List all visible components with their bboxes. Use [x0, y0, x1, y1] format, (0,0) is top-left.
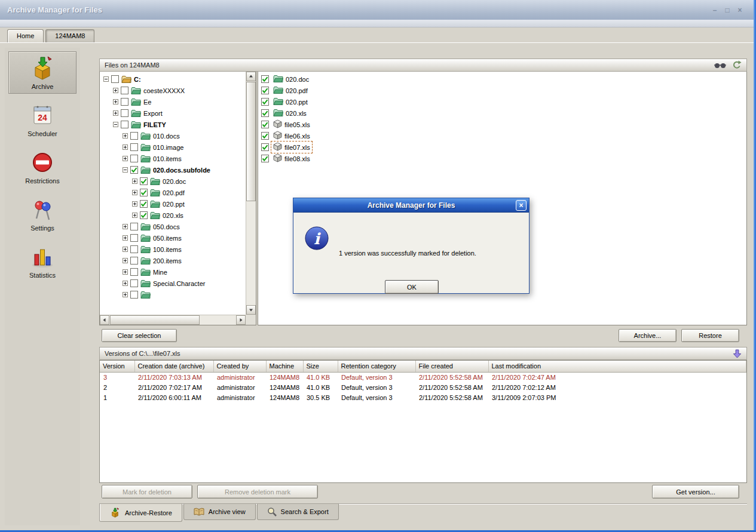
- expander-plus-icon[interactable]: [123, 156, 128, 161]
- checkbox[interactable]: [130, 291, 138, 299]
- checkbox[interactable]: [130, 234, 138, 242]
- checkbox[interactable]: [261, 98, 269, 106]
- sidebar-item-scheduler[interactable]: 24Scheduler: [8, 99, 76, 141]
- file-list-item[interactable]: 020.xls: [258, 107, 746, 119]
- tree-item[interactable]: 010.docs: [100, 130, 246, 142]
- column-header-2[interactable]: Created by: [213, 361, 266, 372]
- expander-plus-icon[interactable]: [113, 88, 118, 93]
- file-list-item[interactable]: file05.xls: [258, 119, 746, 130]
- tree-item[interactable]: Special.Character: [100, 278, 246, 289]
- tree-item[interactable]: 050.docs: [100, 221, 246, 232]
- horizontal-scrollbar-thumb[interactable]: [110, 315, 200, 325]
- expander-minus-icon[interactable]: [103, 76, 109, 82]
- archive-button[interactable]: Archive...: [619, 329, 677, 342]
- tree-horizontal-scrollbar[interactable]: [100, 315, 246, 325]
- tree-vertical-scrollbar[interactable]: [246, 72, 256, 315]
- checkbox[interactable]: [111, 75, 119, 83]
- tree-item[interactable]: FILETY: [100, 119, 246, 130]
- checkbox[interactable]: [130, 143, 138, 151]
- scroll-left-icon[interactable]: [100, 315, 109, 325]
- scroll-up-icon[interactable]: [246, 72, 256, 81]
- view-icon[interactable]: [714, 62, 726, 69]
- ok-button[interactable]: OK: [385, 280, 439, 294]
- expander-plus-icon[interactable]: [123, 235, 128, 241]
- expander-plus-icon[interactable]: [132, 179, 137, 184]
- scroll-right-icon[interactable]: [236, 315, 246, 325]
- column-header-7[interactable]: Last modification: [488, 361, 746, 372]
- tree-item[interactable]: 020.doc: [100, 176, 246, 187]
- column-header-3[interactable]: Machine: [266, 361, 303, 372]
- mark-for-deletion-button[interactable]: Mark for deletion: [102, 485, 192, 499]
- expander-plus-icon[interactable]: [123, 258, 128, 263]
- sidebar-item-restrictions[interactable]: Restrictions: [8, 146, 76, 188]
- tree-item[interactable]: [100, 289, 246, 300]
- file-list-item[interactable]: file08.xls: [258, 153, 746, 164]
- refresh-icon[interactable]: [732, 60, 742, 70]
- bottom-tab-archive-restore[interactable]: Archive-Restore: [99, 504, 182, 522]
- expander-plus-icon[interactable]: [113, 110, 118, 116]
- expander-plus-icon[interactable]: [123, 144, 128, 150]
- expander-plus-icon[interactable]: [132, 190, 137, 195]
- version-row[interactable]: 12/11/2020 6:00:11 AMadministrator124MAM…: [100, 392, 746, 402]
- expander-plus-icon[interactable]: [123, 269, 128, 275]
- tree-item[interactable]: 200.items: [100, 255, 246, 266]
- tree-item[interactable]: C:: [100, 73, 246, 85]
- column-header-1[interactable]: Creation date (archive): [134, 361, 213, 372]
- checkbox[interactable]: [121, 121, 128, 128]
- checkbox[interactable]: [261, 155, 269, 162]
- dialog-title-bar[interactable]: Archive Manager for Files ×: [293, 198, 529, 213]
- clear-selection-button[interactable]: Clear selection: [102, 329, 177, 342]
- checkbox[interactable]: [130, 245, 138, 253]
- sidebar-item-settings[interactable]: Settings: [8, 193, 76, 235]
- checkbox[interactable]: [121, 109, 128, 117]
- checkbox[interactable]: [140, 177, 148, 185]
- expander-plus-icon[interactable]: [123, 292, 128, 297]
- checkbox[interactable]: [261, 132, 269, 140]
- expander-plus-icon[interactable]: [123, 247, 128, 252]
- expander-plus-icon[interactable]: [132, 201, 137, 207]
- tree-item[interactable]: Ee: [100, 96, 246, 107]
- checkbox[interactable]: [121, 98, 128, 106]
- tree-item[interactable]: 010.items: [100, 153, 246, 164]
- checkbox[interactable]: [140, 211, 148, 219]
- column-header-5[interactable]: Retention category: [338, 361, 415, 372]
- checkbox[interactable]: [130, 155, 138, 162]
- column-header-0[interactable]: Version: [100, 361, 134, 372]
- minimize-icon[interactable]: –: [711, 6, 719, 14]
- sidebar-item-archive[interactable]: Archive: [8, 51, 76, 94]
- expander-minus-icon[interactable]: [113, 122, 118, 127]
- vertical-scrollbar-thumb[interactable]: [246, 82, 256, 201]
- dialog-close-icon[interactable]: ×: [516, 200, 527, 211]
- tree-item[interactable]: 010.image: [100, 142, 246, 153]
- maximize-icon[interactable]: □: [723, 6, 731, 14]
- file-list-item[interactable]: 020.doc: [258, 73, 746, 85]
- restore-button[interactable]: Restore: [681, 329, 739, 342]
- title-bar[interactable]: Archive Manager for Files – □ ×: [0, 0, 756, 20]
- tab-124mam8[interactable]: 124MAM8: [45, 29, 94, 42]
- tree-item[interactable]: Export: [100, 107, 246, 119]
- tab-home[interactable]: Home: [7, 29, 44, 42]
- tree-item[interactable]: 100.items: [100, 244, 246, 255]
- checkbox[interactable]: [130, 166, 138, 174]
- tree-item[interactable]: coesteXXXXX: [100, 85, 246, 96]
- bottom-tab-archive-view[interactable]: Archive view: [183, 504, 256, 520]
- tree-item[interactable]: Mine: [100, 266, 246, 278]
- remove-deletion-mark-button[interactable]: Remove deletion mark: [197, 485, 318, 499]
- checkbox[interactable]: [130, 223, 138, 230]
- checkbox[interactable]: [261, 87, 269, 94]
- file-list-item[interactable]: file07.xls: [258, 142, 746, 153]
- sidebar-item-statistics[interactable]: Statistics: [8, 240, 76, 282]
- checkbox[interactable]: [261, 75, 269, 83]
- checkbox[interactable]: [140, 200, 148, 208]
- collapse-down-arrow-icon[interactable]: [733, 349, 742, 358]
- tree-item[interactable]: 050.items: [100, 232, 246, 244]
- version-row[interactable]: 22/11/2020 7:02:17 AMadministrator124MAM…: [100, 382, 746, 392]
- checkbox[interactable]: [261, 121, 269, 128]
- file-list-item[interactable]: 020.pdf: [258, 85, 746, 96]
- get-version-button[interactable]: Get version...: [652, 485, 739, 499]
- checkbox[interactable]: [130, 279, 138, 287]
- tree-item[interactable]: 020.pdf: [100, 187, 246, 198]
- checkbox[interactable]: [130, 268, 138, 276]
- tree-item[interactable]: 020.xls: [100, 210, 246, 221]
- column-header-6[interactable]: File created: [415, 361, 488, 372]
